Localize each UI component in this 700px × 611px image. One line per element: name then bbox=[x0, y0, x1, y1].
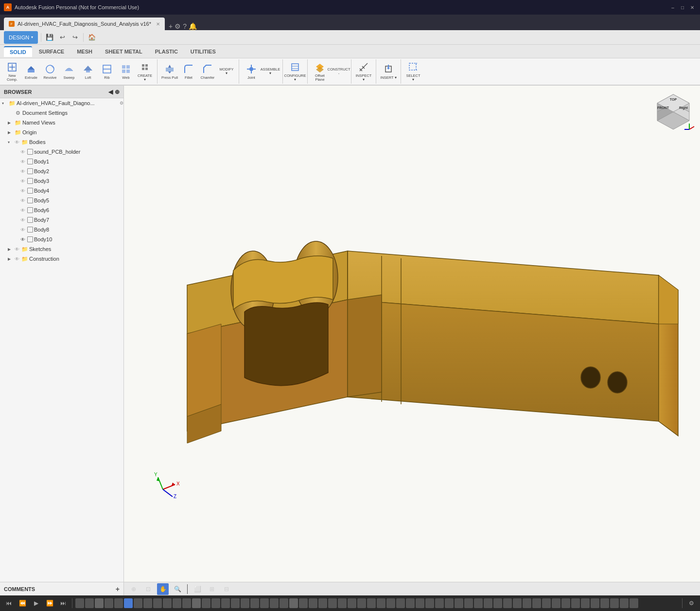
timeline-marker-8[interactable] bbox=[143, 598, 152, 608]
tab-surface[interactable]: SURFACE bbox=[33, 47, 70, 56]
timeline-marker-17[interactable] bbox=[231, 598, 240, 608]
nav-pan-button[interactable]: ✋ bbox=[157, 583, 169, 595]
browser-menu-icon[interactable]: ⊕ bbox=[115, 89, 120, 95]
timeline-marker-12[interactable] bbox=[182, 598, 191, 608]
bodies-expand[interactable]: ▾ bbox=[8, 140, 14, 144]
timeline-marker-active[interactable] bbox=[124, 598, 133, 608]
tab-sheet-metal[interactable]: SHEET METAL bbox=[99, 47, 148, 56]
nav-orbit-button[interactable]: ⊕ bbox=[128, 583, 140, 595]
timeline-marker-47[interactable] bbox=[523, 598, 531, 608]
body8-eye-icon[interactable]: 👁 bbox=[20, 227, 25, 233]
extrude-button[interactable]: Extrude bbox=[22, 60, 40, 83]
timeline-marker-10[interactable] bbox=[163, 598, 172, 608]
timeline-marker-4[interactable] bbox=[105, 598, 113, 608]
help-button[interactable]: ? bbox=[183, 22, 187, 30]
redo-button[interactable]: ↪ bbox=[70, 32, 80, 43]
sweep-button[interactable]: Sweep bbox=[60, 60, 78, 83]
bodies-item[interactable]: ▾ 👁 📁 Bodies bbox=[0, 137, 123, 147]
timeline-marker-20[interactable] bbox=[260, 598, 269, 608]
timeline-marker-41[interactable] bbox=[464, 598, 473, 608]
timeline-marker-24[interactable] bbox=[299, 598, 308, 608]
timeline-marker-9[interactable] bbox=[153, 598, 162, 608]
named-views-item[interactable]: ▶ 📁 Named Views bbox=[0, 118, 123, 127]
timeline-marker-43[interactable] bbox=[484, 598, 492, 608]
body6-item[interactable]: 👁 Body6 bbox=[0, 205, 123, 215]
body8-checkbox[interactable] bbox=[27, 227, 33, 233]
timeline-next-button[interactable]: ⏩ bbox=[44, 597, 55, 609]
timeline-marker-28[interactable] bbox=[338, 598, 347, 608]
timeline-marker-5[interactable] bbox=[114, 598, 123, 608]
comments-add-icon[interactable]: + bbox=[116, 585, 120, 593]
sketches-eye-icon[interactable]: 👁 bbox=[15, 247, 19, 252]
timeline-marker-13[interactable] bbox=[192, 598, 201, 608]
timeline-marker-3[interactable] bbox=[95, 598, 104, 608]
tab-close-button[interactable]: ✕ bbox=[156, 21, 160, 27]
timeline-marker-54[interactable] bbox=[591, 598, 599, 608]
config-btn[interactable]: CONFIGURE ▾ bbox=[286, 60, 304, 83]
body4-eye-icon[interactable]: 👁 bbox=[20, 188, 25, 194]
body4-item[interactable]: 👁 Body4 bbox=[0, 186, 123, 196]
offset-plane-btn[interactable]: Offset Plane bbox=[311, 60, 329, 83]
add-tab-button[interactable]: + bbox=[169, 22, 173, 30]
origin-expand[interactable]: ▶ bbox=[8, 130, 14, 135]
timeline-marker-58[interactable] bbox=[630, 598, 638, 608]
body1-eye-icon[interactable]: 👁 bbox=[20, 159, 25, 164]
named-views-expand[interactable]: ▶ bbox=[8, 121, 14, 125]
timeline-marker-38[interactable] bbox=[435, 598, 444, 608]
body1-item[interactable]: 👁 Body1 bbox=[0, 157, 123, 166]
undo-button[interactable]: ↩ bbox=[57, 32, 68, 43]
tab-utilities[interactable]: UTILITIES bbox=[185, 47, 222, 56]
timeline-marker-7[interactable] bbox=[134, 598, 142, 608]
notifications-button[interactable]: 🔔 bbox=[189, 22, 197, 30]
body-pcb-eye-icon[interactable]: 👁 bbox=[20, 149, 25, 155]
loft-button[interactable]: Loft bbox=[79, 60, 97, 83]
body4-checkbox[interactable] bbox=[27, 188, 33, 194]
body2-item[interactable]: 👁 Body2 bbox=[0, 166, 123, 176]
body7-item[interactable]: 👁 Body7 bbox=[0, 215, 123, 225]
save-button[interactable]: 💾 bbox=[44, 32, 55, 43]
timeline-marker-33[interactable] bbox=[386, 598, 395, 608]
browser-root-item[interactable]: ▾ 📁 AI-driven_HVAC_Fault_Diagno... ⚙ bbox=[0, 98, 123, 108]
3d-viewport[interactable]: X Y Z bbox=[124, 86, 700, 582]
timeline-marker-21[interactable] bbox=[270, 598, 279, 608]
modify-dropdown-button[interactable]: MODIFY ▾ bbox=[217, 60, 236, 83]
timeline-marker-48[interactable] bbox=[532, 598, 541, 608]
timeline-prev-button[interactable]: ⏪ bbox=[17, 597, 28, 609]
body3-eye-icon[interactable]: 👁 bbox=[20, 179, 25, 184]
timeline-marker-18[interactable] bbox=[241, 598, 249, 608]
body3-checkbox[interactable] bbox=[27, 178, 33, 184]
nav-zoom-button[interactable]: 🔍 bbox=[172, 583, 183, 595]
timeline-marker-45[interactable] bbox=[503, 598, 512, 608]
timeline-marker-25[interactable] bbox=[309, 598, 317, 608]
display-settings-button[interactable]: ⊟ bbox=[221, 583, 232, 595]
select-btn[interactable]: SELECT ▾ bbox=[404, 60, 422, 83]
body5-item[interactable]: 👁 Body5 bbox=[0, 196, 123, 205]
timeline-marker-16[interactable] bbox=[221, 598, 230, 608]
timeline-marker-30[interactable] bbox=[357, 598, 366, 608]
timeline-marker-32[interactable] bbox=[377, 598, 385, 608]
measure-btn[interactable]: INSPECT ▾ bbox=[354, 60, 373, 83]
display-mode-button[interactable]: ⬜ bbox=[192, 583, 203, 595]
browser-collapse-icon[interactable]: ◀ bbox=[108, 89, 113, 95]
document-settings-item[interactable]: ⚙ Document Settings bbox=[0, 108, 123, 118]
tab-menu-button[interactable]: ⚙ bbox=[175, 22, 181, 30]
body1-checkbox[interactable] bbox=[27, 159, 33, 164]
construction-expand[interactable]: ▶ bbox=[8, 257, 14, 261]
construction-eye-icon[interactable]: 👁 bbox=[15, 256, 19, 262]
timeline-marker-55[interactable] bbox=[600, 598, 609, 608]
grid-button[interactable]: ⊞ bbox=[206, 583, 218, 595]
timeline-marker-11[interactable] bbox=[173, 598, 181, 608]
timeline-marker-22[interactable] bbox=[280, 598, 288, 608]
nav-look-button[interactable]: ⊡ bbox=[142, 583, 154, 595]
timeline-marker-51[interactable] bbox=[561, 598, 570, 608]
body10-item[interactable]: 👁 Body10 bbox=[0, 234, 123, 244]
timeline-marker-50[interactable] bbox=[552, 598, 560, 608]
body10-eye-icon[interactable]: 👁 bbox=[20, 237, 25, 242]
timeline-marker-40[interactable] bbox=[455, 598, 463, 608]
body5-checkbox[interactable] bbox=[27, 198, 33, 203]
timeline-marker-37[interactable] bbox=[425, 598, 434, 608]
insert-btn[interactable]: INSERT ▾ bbox=[379, 60, 398, 83]
timeline-start-button[interactable]: ⏮ bbox=[3, 597, 15, 609]
view-cube[interactable]: TOP FRONT Right bbox=[651, 90, 695, 134]
root-expand-arrow[interactable]: ▾ bbox=[2, 101, 8, 106]
